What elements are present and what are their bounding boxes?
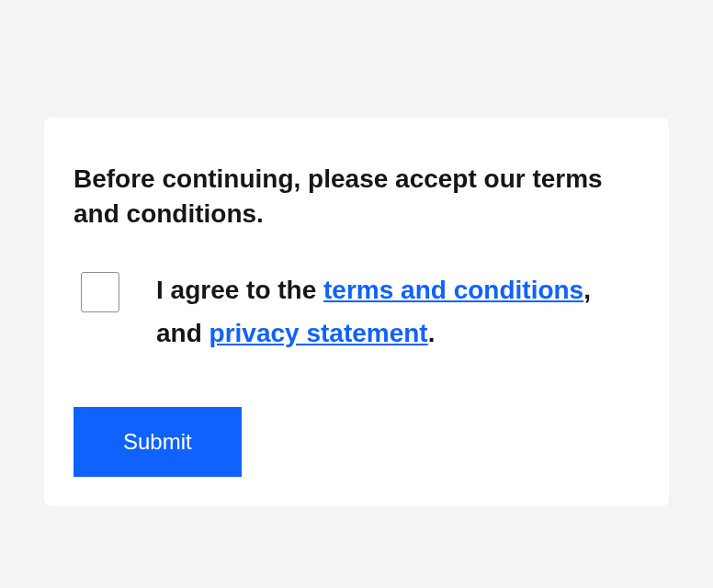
agree-prefix: I agree to the — [156, 276, 323, 304]
agree-checkbox[interactable] — [81, 272, 119, 312]
terms-link[interactable]: terms and conditions — [323, 276, 583, 304]
agree-label: I agree to the terms and conditions, and… — [156, 268, 639, 356]
instruction-text: Before continuing, please accept our ter… — [74, 162, 639, 232]
checkbox-row: I agree to the terms and conditions, and… — [74, 268, 639, 356]
terms-card: Before continuing, please accept our ter… — [44, 118, 669, 506]
privacy-link[interactable]: privacy statement — [209, 319, 428, 347]
agree-suffix: . — [428, 319, 436, 347]
submit-button[interactable]: Submit — [74, 407, 242, 477]
